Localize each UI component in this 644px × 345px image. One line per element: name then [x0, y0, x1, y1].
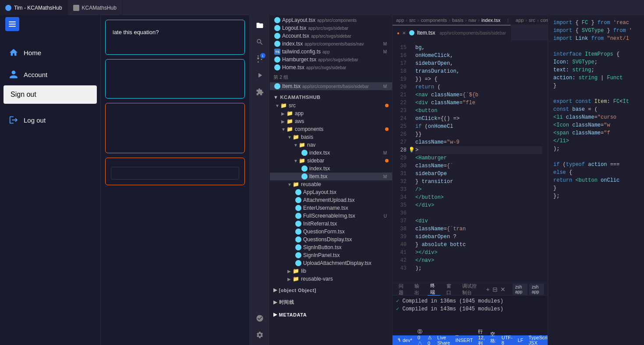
file-explorer: AppLayout.tsx app/src/components Logout.…: [270, 15, 393, 345]
outline-header[interactable]: ▶ [object Object]: [270, 283, 392, 295]
tab-kcamaths-label: KCAMathsHub: [82, 5, 117, 11]
react-icon-eu: [295, 205, 301, 211]
shell-tab-1[interactable]: zsh app: [513, 284, 527, 295]
git-icon[interactable]: [253, 312, 266, 325]
metadata-header[interactable]: ▶ METADATA: [270, 307, 392, 319]
code-line-41: ></div>: [415, 249, 542, 257]
active-file-item[interactable]: Item.tsx app/src/components/basis/sideba…: [270, 82, 392, 90]
folder-app[interactable]: ▶ 📁 app: [270, 109, 392, 117]
home-icon: [9, 48, 18, 57]
status-line-col[interactable]: 行 12, 列 17: [478, 328, 485, 345]
hamburger-button[interactable]: [5, 17, 19, 31]
terminal-tab-debug[interactable]: 调试控制台: [460, 283, 483, 296]
terminal-tab-problems[interactable]: 问题: [396, 283, 408, 296]
code-line-23: <button: [415, 107, 542, 115]
open-file-home[interactable]: Home.tsx app/src/svgs/sidebar: [270, 63, 392, 71]
preview-input[interactable]: [111, 167, 239, 180]
code-line-43: );: [415, 264, 542, 272]
folder-src[interactable]: ▼ 📁 src: [270, 102, 392, 109]
open-file-logout[interactable]: Logout.tsx app/src/svgs/sidebar: [270, 24, 392, 32]
rp-line-22: }: [553, 184, 639, 192]
file-attachmentupload[interactable]: AttachmentUpload.tsx: [270, 196, 392, 204]
code-line-18: transDuration,: [415, 67, 542, 75]
explorer-root[interactable]: ▼ KCAMATHSHUB: [270, 90, 392, 102]
file-signinpanel[interactable]: SignInPanel.tsx: [270, 251, 392, 259]
add-terminal-icon[interactable]: +: [486, 286, 490, 293]
folder-aws[interactable]: ▶ 📁 aws: [270, 117, 392, 125]
shell-tab-2[interactable]: zsh app: [529, 284, 544, 295]
status-line-ending[interactable]: LF: [518, 338, 524, 343]
search-icon[interactable]: [253, 35, 266, 49]
status-liveshare[interactable]: Live Share: [437, 335, 450, 345]
shell-tabs: zsh app zsh app: [513, 284, 544, 295]
editor-tab-item[interactable]: ● ✕ ltem.tsx app/src/components/basis/si…: [393, 25, 511, 40]
extensions-icon[interactable]: [253, 85, 266, 99]
file-sidebar-item[interactable]: ltem.tsx: [270, 172, 392, 180]
run-icon[interactable]: [253, 69, 266, 82]
signout-popup[interactable]: Sign out: [4, 85, 97, 104]
chevron-icon-nav: ▼: [294, 143, 299, 148]
status-errors[interactable]: ⓪ 0 △ 0: [418, 328, 422, 345]
close-terminal-icon[interactable]: ✕: [500, 286, 506, 293]
folder-nav[interactable]: ▼ 📁 nav: [270, 141, 392, 149]
line-numbers: 15 16 17 18 19 20 21 22 23 24 25 26 27 2…: [393, 40, 410, 283]
file-initreferral[interactable]: InitReferral.tsx: [270, 220, 392, 228]
terminal-tab-port[interactable]: 窗口: [444, 283, 456, 296]
file-sidebar-index[interactable]: index.tsx: [270, 165, 392, 172]
nav-item-logout[interactable]: Log out: [0, 109, 100, 131]
terminal-tab-output[interactable]: 输出: [412, 283, 424, 296]
right-panel: import { FC } from 'reac import { SVGTyp…: [548, 15, 644, 345]
nav-item-account-label: Account: [24, 71, 47, 78]
nav-item-home[interactable]: Home: [0, 42, 100, 63]
folder-basis[interactable]: ▼ 📁 basis: [270, 133, 392, 141]
terminal-tab-terminal[interactable]: 终端: [428, 283, 440, 296]
react-icon-active: [274, 83, 280, 89]
rp-line-4: [553, 42, 639, 50]
code-line-32: } transitior: [415, 178, 542, 186]
chevron-icon-basis: ▼: [287, 135, 293, 140]
folder-sidebar[interactable]: ▼ 📁 sidebar: [270, 157, 392, 165]
file-questionsdisplay[interactable]: QuestionsDisplay.tsx: [270, 236, 392, 243]
code-line-19: }) => {: [415, 75, 542, 83]
folder-icon-nav: 📁: [299, 142, 305, 148]
file-questionform[interactable]: QuestionForm.tsx: [270, 228, 392, 236]
status-encoding[interactable]: UTF-8: [502, 335, 513, 345]
file-fullscreenable[interactable]: FullScreenableImg.tsx U: [270, 212, 392, 220]
app-sidebar: Home Account Sign out Log out: [0, 15, 101, 345]
tab-tim[interactable]: Tim - KCAMathsHub: [0, 0, 68, 15]
editor-area: app › src › components › basis › nav › i…: [393, 15, 548, 345]
file-uploadattachment[interactable]: UploadAttachmentDisplay.tsx: [270, 259, 392, 267]
settings-icon[interactable]: [253, 328, 266, 341]
split-terminal-icon[interactable]: ⊟: [492, 286, 498, 293]
math-card: iate this equation?: [105, 20, 245, 55]
spaces-label: 空格: 2: [490, 331, 496, 345]
breadcrumb: app › src › components › basis › nav › i…: [393, 15, 548, 25]
open-file-tailwind[interactable]: TS tailwind.config.ts app: [270, 48, 392, 56]
folder-lib[interactable]: ▶ 📁 lib: [270, 267, 392, 275]
code-content[interactable]: bg, onHomeClick, sidebarOpen, transDurat…: [410, 40, 548, 283]
open-file-account[interactable]: Account.tsx app/src/svgs/sidebar: [270, 32, 392, 40]
folder-reusable-vars[interactable]: ▶ 📁 reusable-vars: [270, 275, 392, 283]
status-warnings[interactable]: ⚠ 0: [428, 335, 432, 345]
open-file-hamburger[interactable]: Hamburger.tsx app/src/svgs/sidebar: [270, 56, 392, 63]
file-applayout[interactable]: AppLayout.tsx: [270, 188, 392, 196]
status-branch[interactable]: dev*: [396, 338, 412, 343]
status-language[interactable]: TypeScript JSX: [529, 335, 548, 345]
rp-line-6: Icon: SVGType;: [553, 58, 639, 66]
file-nav-index[interactable]: index.tsx: [270, 149, 392, 157]
status-spaces[interactable]: 空格: 2: [490, 331, 496, 345]
folder-reusable[interactable]: ▼ 📁 reusable: [270, 180, 392, 188]
tab-kcamaths[interactable]: KCAMathsHub: [68, 0, 122, 15]
file-signinbutton[interactable]: SignInButton.tsx: [270, 243, 392, 251]
open-file-index-nav[interactable]: index.tsx app/src/components/basis/nav: [270, 40, 392, 48]
folder-components[interactable]: ▼ 📁 components: [270, 125, 392, 133]
chevron-outline-icon: ▶: [273, 287, 277, 293]
explorer-icon[interactable]: [253, 19, 266, 32]
open-file-applayout[interactable]: AppLayout.tsx app/src/components: [270, 16, 392, 24]
react-icon-al: [295, 189, 301, 195]
file-enterusername[interactable]: EnterUsername.tsx: [270, 204, 392, 212]
timeline-header[interactable]: ▶ 时间线: [270, 295, 392, 307]
source-control-icon[interactable]: 1: [253, 52, 266, 65]
rp-line-10: [553, 90, 639, 98]
nav-item-account[interactable]: Account: [0, 63, 100, 85]
